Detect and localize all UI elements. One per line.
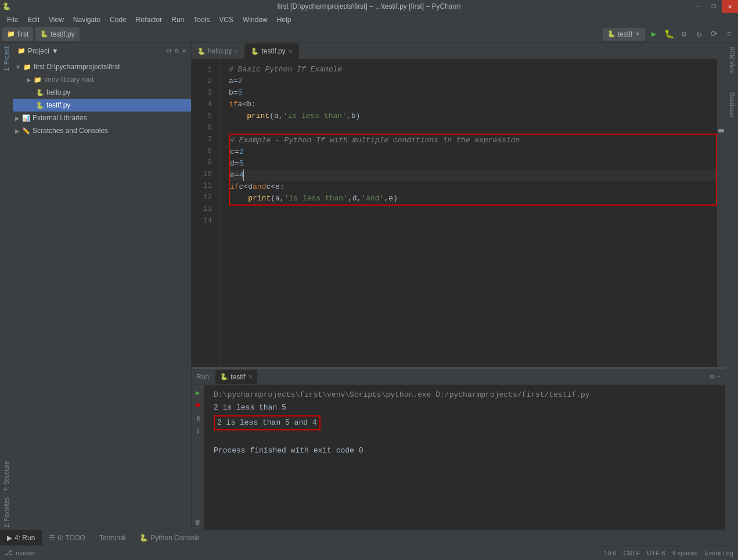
menu-item-tools[interactable]: Tools xyxy=(189,15,214,25)
menu-item-window[interactable]: Window xyxy=(238,15,272,25)
menu-item-code[interactable]: Code xyxy=(105,15,131,25)
run-config-selector[interactable]: 🐍 testif ▼ xyxy=(603,28,645,41)
menu-item-vcs[interactable]: VCS xyxy=(214,15,238,25)
toolbar-tab-testif[interactable]: 🐍 testif.py xyxy=(35,27,79,41)
console-path-line: D:\pycharmprojects\first\venv\Scripts\py… xyxy=(214,389,716,401)
console-minimize-icon[interactable]: ─ xyxy=(717,372,721,381)
run-button[interactable]: ▶ xyxy=(647,28,660,41)
console-exit-line: Process finished with exit code 0 xyxy=(214,444,716,457)
tree-venv[interactable]: ▶ 📁 venv library root xyxy=(13,73,191,86)
menubar: FileEditViewNavigateCodeRefactorRunTools… xyxy=(0,13,738,26)
code-line-10: e = 4 xyxy=(230,170,716,181)
toolbar-tab-first[interactable]: 📁 first xyxy=(2,27,33,41)
tab-testif-py[interactable]: 🐍 testif.py ✕ xyxy=(245,44,298,59)
code-editor[interactable]: 1 2 3 4 5 6 7 8 9 10 11 12 13 14 xyxy=(192,59,725,367)
git-branch: master xyxy=(16,550,35,557)
minimize-button[interactable]: ─ xyxy=(689,0,705,13)
encoding[interactable]: UTF-8 xyxy=(647,550,665,557)
run-again-button[interactable]: ▶ xyxy=(193,387,203,398)
console-output-line2: 2 is less than 5 and 4 xyxy=(214,415,716,430)
toolbar: 📁 first 🐍 testif.py 🐍 testif ▼ ▶ 🐛 ⚙ ↻ ⟳… xyxy=(0,26,738,43)
cursor-position[interactable]: 10:6 xyxy=(604,550,616,557)
editor-scrollbar[interactable] xyxy=(717,59,725,367)
menu-item-refactor[interactable]: Refactor xyxy=(131,15,167,25)
clear-output-button[interactable]: 🗑 xyxy=(193,517,203,527)
left-sidebar: 1: Project 7: Structure 2: Favorites xyxy=(0,43,13,530)
editor-area: 🐍 hello.py ✕ 🐍 testif.py ✕ 1 2 3 4 5 xyxy=(192,43,725,367)
scroll-end-button[interactable]: ⤓ xyxy=(193,426,203,436)
debug-button[interactable]: 🐛 xyxy=(663,28,675,41)
maximize-button[interactable]: □ xyxy=(705,0,722,13)
scm-view-label[interactable]: SCM View xyxy=(728,43,736,77)
update-button[interactable]: ⟳ xyxy=(708,28,721,41)
console-blank-line xyxy=(214,432,716,444)
code-line-12: print(a, 'is less than', d, 'and', e) xyxy=(230,193,716,204)
highlighted-code-block: # Example - Python If with multiple cond… xyxy=(229,134,717,206)
console-tab-testif[interactable]: 🐍 testif ✕ xyxy=(215,370,257,384)
statusbar: ⎇ master 10:6 CRLF UTF-8 4 spaces Event … xyxy=(0,545,738,560)
console-settings-icon[interactable]: ⚙ xyxy=(710,372,714,381)
indent-info[interactable]: 4 spaces xyxy=(672,550,697,557)
database-label[interactable]: Database xyxy=(728,89,736,121)
code-line-3: b = 5 xyxy=(229,87,717,99)
sidebar-item-structure[interactable]: 7: Structure xyxy=(2,459,11,494)
project-panel-header: 📁 Project ▼ ⊟ ⚙ ✕ xyxy=(13,43,191,59)
line-numbers: 1 2 3 4 5 6 7 8 9 10 11 12 13 14 xyxy=(192,59,219,367)
collapse-all-icon[interactable]: ⊟ xyxy=(167,46,171,55)
menu-item-file[interactable]: File xyxy=(2,15,23,25)
titlebar: 🐍 first [D:\pycharmprojects\first] – ...… xyxy=(0,0,738,13)
more-button[interactable]: ≡ xyxy=(723,28,736,41)
run-with-coverage-button[interactable]: ⚙ xyxy=(678,28,690,41)
code-line-11: if c < d and c < e: xyxy=(230,181,716,193)
tree-scratches-consoles[interactable]: ▶ ✏️ Scratches and Consoles xyxy=(13,124,191,137)
bottom-tabs: ▶ 4: Run ☰ 6: TODO Terminal 🐍 Python Con… xyxy=(0,530,738,545)
sidebar-item-favorites[interactable]: 2: Favorites xyxy=(2,495,11,530)
tab-python-console[interactable]: 🐍 Python Console xyxy=(132,530,207,545)
tab-todo[interactable]: ☰ 6: TODO xyxy=(42,530,92,545)
profile-button[interactable]: ↻ xyxy=(693,28,705,41)
tree-testif-py[interactable]: 🐍 testif.py xyxy=(13,99,191,112)
menu-item-help[interactable]: Help xyxy=(272,15,296,25)
console-output-line1: 2 is less than 5 xyxy=(214,401,716,414)
tree-root-first[interactable]: ▼ 📁 first D:\pycharmprojects\first xyxy=(13,60,191,73)
code-line-1: # Basic Python If Example xyxy=(229,64,717,76)
tab-hello-py[interactable]: 🐍 hello.py ✕ xyxy=(192,44,245,59)
tab-run[interactable]: ▶ 4: Run xyxy=(0,530,42,545)
sidebar-item-project[interactable]: 1: Project xyxy=(2,44,11,73)
menu-item-edit[interactable]: Edit xyxy=(23,15,44,25)
console-output: D:\pycharmprojects\first\venv\Scripts\py… xyxy=(204,385,725,530)
pause-button[interactable]: ⏸ xyxy=(193,413,203,423)
code-line-7: # Example - Python If with multiple cond… xyxy=(230,135,716,146)
menu-item-navigate[interactable]: Navigate xyxy=(69,15,105,25)
project-tree: ▼ 📁 first D:\pycharmprojects\first ▶ 📁 v… xyxy=(13,59,191,530)
code-line-5: print(a, 'is less than', b) xyxy=(229,110,717,122)
tree-hello-py[interactable]: 🐍 hello.py xyxy=(13,86,191,99)
toolbar-right: 🐍 testif ▼ ▶ 🐛 ⚙ ↻ ⟳ ≡ xyxy=(603,28,736,41)
project-title: Project ▼ xyxy=(28,47,59,55)
settings-icon[interactable]: ⚙ xyxy=(175,46,179,55)
code-content[interactable]: # Basic Python If Example a = 2 b = 5 if… xyxy=(219,59,717,367)
event-log[interactable]: Event Log xyxy=(704,550,733,557)
highlighted-output: 2 is less than 5 and 4 xyxy=(214,415,321,430)
menu-item-view[interactable]: View xyxy=(44,15,69,25)
tree-external-libraries[interactable]: ▶ 📊 External Libraries xyxy=(13,112,191,124)
editor-console-area: 🐍 hello.py ✕ 🐍 testif.py ✕ 1 2 3 4 5 xyxy=(192,43,725,530)
main-content: 1: Project 7: Structure 2: Favorites 📁 P… xyxy=(0,43,738,530)
editor-tabs: 🐍 hello.py ✕ 🐍 testif.py ✕ xyxy=(192,43,725,59)
console-body: ▶ ■ ⏸ ⤓ 🗑 D:\pycharmprojects\first\venv\… xyxy=(192,385,725,530)
close-button[interactable]: ✕ xyxy=(722,0,738,13)
code-line-8: c = 2 xyxy=(230,146,716,158)
run-label: Run: xyxy=(196,373,211,381)
code-line-14 xyxy=(229,217,717,229)
stop-button[interactable]: ■ xyxy=(193,400,203,411)
line-separator[interactable]: CRLF xyxy=(624,550,640,557)
statusbar-right: 10:6 CRLF UTF-8 4 spaces Event Log xyxy=(604,550,733,557)
console-area: Run: 🐍 testif ✕ ⚙ ─ ▶ ■ ⏸ ⤓ xyxy=(192,367,725,530)
code-line-6 xyxy=(229,122,717,134)
close-panel-icon[interactable]: ✕ xyxy=(182,46,186,55)
title-text: first [D:\pycharmprojects\first] – ...\t… xyxy=(277,2,460,10)
menu-item-run[interactable]: Run xyxy=(167,15,189,25)
tab-terminal[interactable]: Terminal xyxy=(92,530,132,545)
project-panel: 📁 Project ▼ ⊟ ⚙ ✕ ▼ 📁 first D:\pycharmpr… xyxy=(13,43,192,530)
statusbar-left: ⎇ master xyxy=(5,549,35,557)
